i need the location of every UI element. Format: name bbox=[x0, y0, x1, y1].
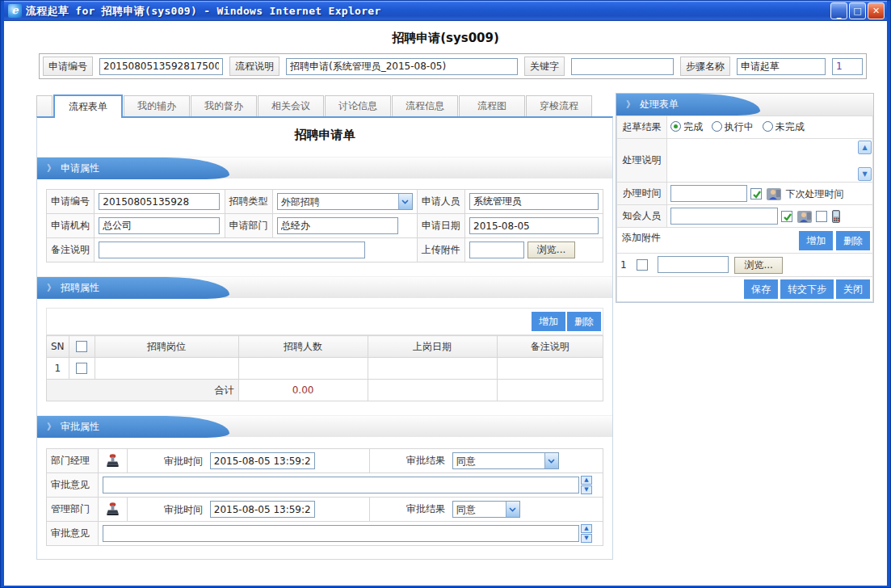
approve-time-field-2[interactable] bbox=[210, 501, 315, 518]
save-button[interactable]: 保存 bbox=[744, 279, 778, 299]
process-actions: 保存 转交下步 关闭 bbox=[617, 277, 872, 301]
recruit-section-tab: 》招聘属性 bbox=[37, 277, 229, 299]
section-marker-icon: 》 bbox=[47, 422, 56, 432]
attach-file-input[interactable] bbox=[658, 256, 729, 273]
handle-time-input[interactable] bbox=[670, 185, 747, 202]
process-panel: 》处理表单 起草结果 完成 执行中 未完成 bbox=[616, 93, 874, 303]
opinion-spinner-2: ▲▼ bbox=[581, 524, 592, 543]
tab-my-assist[interactable]: 我的辅办 bbox=[124, 95, 190, 116]
approve-result-value-2: 同意 bbox=[453, 502, 506, 517]
select-all-column bbox=[69, 336, 95, 358]
user-picker-icon[interactable] bbox=[797, 211, 812, 223]
mobile-phone-icon[interactable] bbox=[832, 210, 840, 223]
scroll-down-icon[interactable]: ▼ bbox=[858, 167, 872, 181]
section-marker-icon: 》 bbox=[47, 163, 56, 174]
apply-section-title: 申请属性 bbox=[61, 162, 99, 174]
tab-shuttle-flow[interactable]: 穿梭流程 bbox=[526, 95, 592, 116]
process-panel-title: 处理表单 bbox=[640, 99, 679, 110]
attach-add-button[interactable]: 增加 bbox=[799, 231, 833, 250]
stamp-cell bbox=[99, 449, 128, 473]
recruit-delete-button[interactable]: 删除 bbox=[567, 312, 601, 331]
keyword-input[interactable] bbox=[571, 58, 674, 75]
ie-logo-icon: e bbox=[8, 4, 22, 18]
spin-up-icon[interactable]: ▲ bbox=[581, 476, 592, 485]
browser-window: e 流程起草 for 招聘申请(sys009) - Windows Intern… bbox=[0, 0, 891, 588]
sms-checkbox[interactable] bbox=[816, 211, 827, 222]
remark-cell[interactable] bbox=[497, 358, 603, 380]
apply-no-label: 申请编号 bbox=[43, 57, 93, 76]
attach-row-checkbox[interactable] bbox=[637, 259, 648, 271]
step-no-input[interactable] bbox=[832, 58, 863, 75]
tab-flow-chart[interactable]: 流程图 bbox=[459, 95, 525, 116]
window-title: 流程起草 for 招聘申请(sys009) - Windows Internet… bbox=[26, 4, 829, 19]
radio-done[interactable] bbox=[670, 121, 681, 132]
approve-result-select-2[interactable]: 同意 bbox=[452, 501, 520, 518]
spin-down-icon[interactable]: ▼ bbox=[581, 485, 592, 494]
approve-result-select-1[interactable]: 同意 bbox=[452, 452, 559, 469]
app-no-field[interactable] bbox=[99, 193, 220, 210]
flow-desc-input[interactable] bbox=[286, 58, 518, 75]
upload-browse-button[interactable]: 浏览... bbox=[527, 242, 575, 258]
opinion-field-2[interactable] bbox=[103, 525, 579, 542]
flow-form-panel: 招聘申请单 》申请属性 申请编号 招聘类型 bbox=[36, 116, 613, 560]
chevron-down-icon bbox=[506, 502, 519, 517]
approve-table: 部门经理 审批时间 审批结果 同意 bbox=[46, 448, 603, 546]
approve-result-label: 审批结果 bbox=[374, 454, 445, 468]
recruit-data-row: 1 bbox=[47, 358, 603, 380]
apply-person-label: 申请人员 bbox=[417, 190, 464, 214]
upload-attach-field[interactable] bbox=[469, 242, 524, 258]
notify-input[interactable] bbox=[670, 208, 778, 225]
remark-field[interactable] bbox=[99, 242, 365, 258]
apply-person-field[interactable] bbox=[469, 193, 599, 210]
step-name-input[interactable] bbox=[737, 58, 826, 75]
forward-next-button[interactable]: 转交下步 bbox=[780, 279, 834, 299]
attach-delete-button[interactable]: 删除 bbox=[836, 231, 870, 250]
tab-discussion-info[interactable]: 讨论信息 bbox=[325, 95, 391, 116]
tab-flow-info[interactable]: 流程信息 bbox=[392, 95, 458, 116]
apply-dept-field[interactable] bbox=[277, 217, 398, 234]
tab-my-supervise[interactable]: 我的督办 bbox=[191, 95, 257, 116]
post-cell[interactable] bbox=[95, 358, 238, 380]
post-column-header: 招聘岗位 bbox=[95, 336, 238, 358]
recruit-type-select[interactable]: 外部招聘 bbox=[277, 193, 413, 210]
notify-checkbox[interactable] bbox=[781, 211, 792, 222]
section-marker-icon: 》 bbox=[47, 283, 56, 293]
opinion-spinner-1: ▲▼ bbox=[581, 476, 592, 494]
approve-time-field-1[interactable] bbox=[210, 452, 315, 469]
recruit-header-row: SN 招聘岗位 招聘人数 上岗日期 备注说明 bbox=[47, 336, 603, 358]
minimize-button[interactable]: _ bbox=[830, 2, 847, 19]
approve-result-value-1: 同意 bbox=[453, 453, 544, 468]
tab-stub bbox=[36, 95, 53, 116]
maximize-button[interactable]: □ bbox=[849, 2, 866, 19]
row-checkbox[interactable] bbox=[76, 363, 87, 374]
chevron-down-icon bbox=[544, 453, 558, 468]
close-button[interactable]: ✕ bbox=[868, 2, 885, 19]
header-fields-bar: 申请编号 流程说明 关键字 步骤名称 bbox=[39, 53, 867, 79]
close-form-button[interactable]: 关闭 bbox=[836, 279, 870, 299]
apply-no-input[interactable] bbox=[99, 58, 223, 75]
attach-browse-button[interactable]: 浏览... bbox=[734, 257, 782, 274]
opinion-field-1[interactable] bbox=[103, 477, 579, 494]
apply-org-field[interactable] bbox=[99, 217, 220, 234]
chevron-down-icon bbox=[398, 194, 412, 209]
total-label: 合计 bbox=[47, 380, 239, 401]
user-picker-icon[interactable] bbox=[767, 188, 781, 200]
page-content: 招聘申请(sys009) 申请编号 流程说明 关键字 步骤名称 流程表单 我的辅… bbox=[4, 21, 887, 586]
tab-flow-form[interactable]: 流程表单 bbox=[53, 94, 123, 118]
process-desc-label: 处理说明 bbox=[617, 139, 667, 183]
scroll-up-icon[interactable]: ▲ bbox=[858, 141, 872, 154]
select-all-checkbox[interactable] bbox=[76, 341, 87, 352]
apply-date-field[interactable] bbox=[469, 217, 599, 234]
process-desc-input[interactable]: ▲ ▼ bbox=[667, 140, 872, 182]
spin-up-icon[interactable]: ▲ bbox=[581, 524, 592, 533]
count-cell[interactable] bbox=[238, 358, 368, 380]
onboard-date-cell[interactable] bbox=[368, 358, 497, 380]
next-time-checkbox[interactable] bbox=[750, 188, 762, 200]
radio-undone[interactable] bbox=[763, 121, 773, 132]
apply-fields-table: 申请编号 招聘类型 外部招聘 申请人员 bbox=[46, 189, 603, 262]
radio-undone-label: 未完成 bbox=[775, 121, 805, 132]
radio-running[interactable] bbox=[712, 121, 722, 132]
tab-related-meeting[interactable]: 相关会议 bbox=[258, 95, 324, 116]
spin-down-icon[interactable]: ▼ bbox=[581, 534, 592, 543]
recruit-add-button[interactable]: 增加 bbox=[532, 312, 565, 331]
